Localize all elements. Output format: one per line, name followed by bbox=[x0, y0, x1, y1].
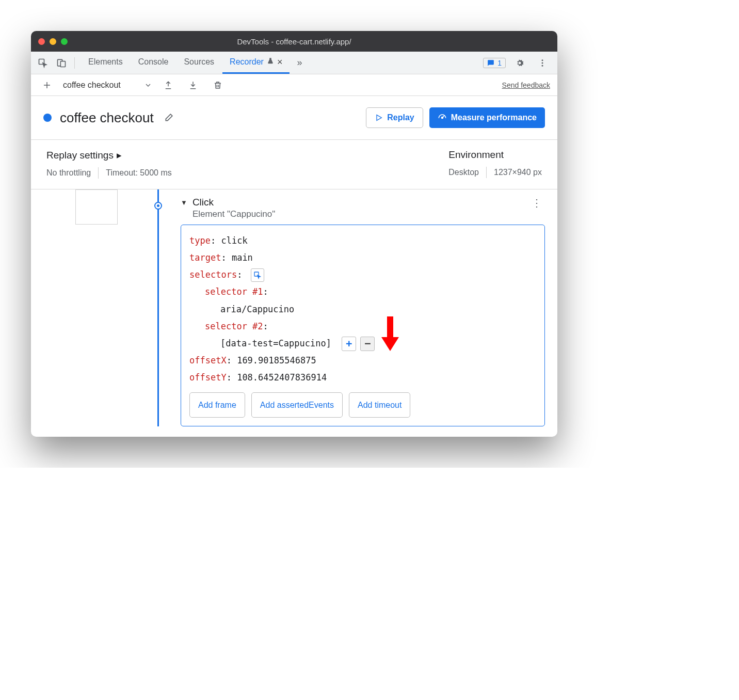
timeline bbox=[134, 189, 181, 426]
tab-label: Recorder bbox=[230, 57, 264, 67]
replay-button[interactable]: Replay bbox=[366, 107, 423, 128]
prop-value[interactable]: main bbox=[232, 252, 253, 263]
svg-point-3 bbox=[542, 59, 543, 61]
close-window-button[interactable] bbox=[38, 38, 45, 45]
step-menu-icon[interactable]: ⋮ bbox=[532, 197, 545, 209]
selector-value[interactable]: [data-test=Cappucino] bbox=[220, 338, 331, 348]
pick-selector-icon[interactable] bbox=[251, 268, 264, 282]
gauge-icon bbox=[438, 113, 447, 122]
issues-badge[interactable]: 1 bbox=[483, 58, 506, 68]
recording-header: coffee checkout Replay Measure performan… bbox=[31, 96, 557, 139]
throttling-value: No throttling bbox=[46, 168, 91, 178]
play-icon bbox=[375, 114, 383, 122]
more-tabs-icon[interactable]: » bbox=[291, 54, 308, 72]
timeline-node[interactable] bbox=[154, 202, 162, 210]
prop-key: type bbox=[189, 235, 211, 246]
tab-sources[interactable]: Sources bbox=[176, 52, 221, 74]
button-label: Measure performance bbox=[451, 113, 537, 122]
timeline-line bbox=[157, 189, 159, 426]
thumbnail-column bbox=[31, 189, 134, 426]
prop-key: offsetY bbox=[189, 372, 227, 383]
svg-point-4 bbox=[542, 62, 543, 63]
recording-name: coffee checkout bbox=[63, 81, 121, 90]
svg-rect-2 bbox=[60, 61, 65, 67]
delete-icon[interactable] bbox=[209, 76, 227, 94]
issues-count: 1 bbox=[497, 59, 502, 67]
settings-title-label: Environment bbox=[448, 149, 504, 161]
divider bbox=[74, 57, 75, 69]
new-recording-icon[interactable] bbox=[38, 76, 56, 94]
step-body: type: click target: main selectors: sele… bbox=[181, 225, 545, 426]
prop-key: selector #2 bbox=[205, 321, 263, 331]
add-frame-button[interactable]: Add frame bbox=[189, 392, 245, 418]
tab-label: Console bbox=[138, 57, 169, 67]
recording-status-dot bbox=[43, 114, 52, 122]
prop-key: selectors bbox=[189, 269, 237, 280]
settings-gear-icon[interactable] bbox=[511, 54, 528, 72]
tab-label: Sources bbox=[184, 57, 214, 67]
devtools-window: DevTools - coffee-cart.netlify.app/ Elem… bbox=[31, 31, 557, 437]
step-footer: Add frame Add assertedEvents Add timeout bbox=[189, 392, 536, 418]
step-column: ▼ Click Element "Cappucino" ⋮ type: clic… bbox=[181, 189, 557, 426]
steps-area: ▼ Click Element "Cappucino" ⋮ type: clic… bbox=[31, 189, 557, 437]
remove-selector-button[interactable]: − bbox=[360, 337, 375, 351]
prop-value[interactable]: 169.90185546875 bbox=[237, 355, 316, 365]
add-asserted-events-button[interactable]: Add assertedEvents bbox=[251, 392, 343, 418]
button-label: Replay bbox=[387, 113, 414, 122]
environment-settings: Environment Desktop 1237×940 px bbox=[433, 140, 557, 189]
step-thumbnail[interactable] bbox=[75, 189, 118, 225]
inspect-icon[interactable] bbox=[34, 54, 52, 72]
step-header[interactable]: ▼ Click Element "Cappucino" ⋮ bbox=[181, 189, 545, 225]
prop-value[interactable]: click bbox=[221, 235, 247, 246]
add-selector-button[interactable]: + bbox=[342, 337, 356, 351]
selector-value[interactable]: aria/Cappucino bbox=[220, 304, 294, 314]
export-icon[interactable] bbox=[159, 76, 177, 94]
settings-row: Replay settings ▸ No throttling Timeout:… bbox=[31, 139, 557, 189]
timeout-value: Timeout: 5000 ms bbox=[106, 168, 171, 178]
divider bbox=[486, 167, 487, 178]
chevron-right-icon: ▸ bbox=[117, 149, 122, 161]
edit-title-icon[interactable] bbox=[164, 112, 174, 124]
divider bbox=[98, 167, 99, 179]
collapse-caret-icon[interactable]: ▼ bbox=[181, 199, 187, 206]
settings-title-label: Replay settings bbox=[46, 150, 114, 161]
import-icon[interactable] bbox=[184, 76, 202, 94]
flask-icon bbox=[267, 57, 274, 67]
step-subtitle: Element "Cappucino" bbox=[192, 209, 275, 219]
chevron-down-icon bbox=[144, 81, 152, 89]
step-title: Click bbox=[192, 197, 275, 208]
send-feedback-link[interactable]: Send feedback bbox=[502, 81, 550, 89]
tab-elements[interactable]: Elements bbox=[81, 52, 130, 74]
tab-console[interactable]: Console bbox=[131, 52, 176, 74]
tab-label: Elements bbox=[88, 57, 123, 67]
window-title: DevTools - coffee-cart.netlify.app/ bbox=[31, 37, 557, 46]
prop-key: offsetX bbox=[189, 355, 227, 365]
device-toggle-icon[interactable] bbox=[53, 54, 70, 72]
prop-key: selector #1 bbox=[205, 287, 263, 297]
device-value: Desktop bbox=[448, 168, 479, 177]
minimize-window-button[interactable] bbox=[50, 38, 56, 45]
more-menu-icon[interactable] bbox=[534, 54, 551, 72]
measure-performance-button[interactable]: Measure performance bbox=[429, 107, 545, 128]
traffic-lights bbox=[38, 38, 68, 45]
recorder-toolbar: coffee checkout Send feedback bbox=[31, 74, 557, 96]
close-tab-icon[interactable]: × bbox=[277, 57, 283, 68]
tab-recorder[interactable]: Recorder × bbox=[222, 52, 290, 74]
replay-settings[interactable]: Replay settings ▸ No throttling Timeout:… bbox=[31, 140, 433, 189]
maximize-window-button[interactable] bbox=[61, 38, 68, 45]
prop-key: target bbox=[189, 252, 221, 263]
add-timeout-button[interactable]: Add timeout bbox=[349, 392, 410, 418]
viewport-value: 1237×940 px bbox=[494, 168, 542, 177]
prop-value[interactable]: 108.6452407836914 bbox=[237, 372, 327, 383]
recording-select[interactable]: coffee checkout bbox=[63, 81, 152, 90]
svg-point-5 bbox=[542, 65, 543, 66]
window-titlebar: DevTools - coffee-cart.netlify.app/ bbox=[31, 31, 557, 52]
recording-title: coffee checkout bbox=[60, 110, 154, 126]
tab-strip: Elements Console Sources Recorder × » 1 bbox=[31, 52, 557, 74]
